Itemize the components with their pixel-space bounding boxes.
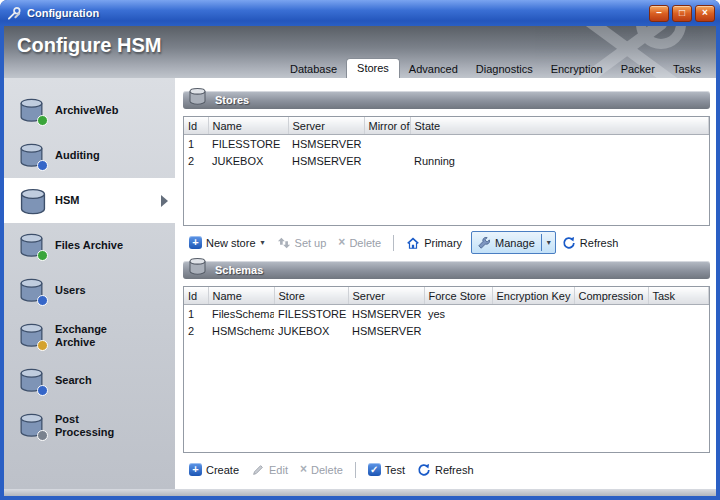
stores-table-container: Id Name Server Mirror of State 1 FILESST… <box>183 116 710 226</box>
new-store-label: New store <box>206 237 256 249</box>
stores-table: Id Name Server Mirror of State 1 FILESST… <box>184 117 709 169</box>
create-button[interactable]: + Create <box>183 460 245 479</box>
home-icon <box>406 236 420 250</box>
column-header-compression[interactable]: Compression <box>574 287 648 305</box>
configuration-window: Configuration – □ × Configure HSM Databa… <box>0 0 720 500</box>
cell <box>574 322 648 339</box>
column-header-id[interactable]: Id <box>184 117 208 135</box>
archiveweb-icon <box>17 96 46 125</box>
cell: HSMSchema <box>208 322 274 339</box>
primary-label: Primary <box>424 237 462 249</box>
refresh-icon <box>417 463 431 477</box>
cell: yes <box>424 305 492 323</box>
sidebar-item-exchange-archive[interactable]: Exchange Archive <box>4 313 175 358</box>
tab-tasks[interactable]: Tasks <box>664 60 710 78</box>
sidebar-item-hsm[interactable]: HSM <box>4 178 175 223</box>
cell: 2 <box>184 322 208 339</box>
close-button[interactable]: × <box>695 5 715 22</box>
magnifier-badge-icon <box>37 385 48 396</box>
tab-advanced[interactable]: Advanced <box>400 60 467 78</box>
globe-badge-icon <box>37 115 48 126</box>
sidebar-item-post-processing[interactable]: Post Processing <box>4 403 175 448</box>
chevron-down-icon[interactable]: ▾ <box>261 238 265 247</box>
sidebar-item-archiveweb[interactable]: ArchiveWeb <box>4 88 175 133</box>
schemas-section-title: Schemas <box>215 261 710 279</box>
cell: FILESSTORE <box>274 305 348 323</box>
column-header-force-store[interactable]: Force Store <box>424 287 492 305</box>
sidebar-item-label: Exchange Archive <box>55 323 141 348</box>
delete-schema-button[interactable]: × Delete <box>294 460 349 479</box>
tab-stores[interactable]: Stores <box>346 58 400 78</box>
manage-label: Manage <box>495 237 535 249</box>
cell: 1 <box>184 305 208 323</box>
sidebar-item-search[interactable]: Search <box>4 358 175 403</box>
window-body: Configure HSM Database Stores Advanced D… <box>4 26 716 496</box>
refresh-stores-button[interactable]: Refresh <box>556 233 625 253</box>
column-header-server[interactable]: Server <box>348 287 424 305</box>
column-header-encryption-key[interactable]: Encryption Key <box>492 287 574 305</box>
cell <box>364 152 410 169</box>
cell <box>410 135 709 153</box>
title-bar[interactable]: Configuration – □ × <box>0 0 720 26</box>
table-row[interactable]: 2 HSMSchema JUKEBOX HSMSERVER <box>184 322 709 339</box>
sidebar-item-auditing[interactable]: Auditing <box>4 133 175 178</box>
table-row[interactable]: 2 JUKEBOX HSMSERVER Running <box>184 152 709 169</box>
set-up-label: Set up <box>295 237 327 249</box>
sidebar-item-label: Users <box>55 284 141 297</box>
column-header-state[interactable]: State <box>410 117 709 135</box>
sidebar-item-users[interactable]: Users <box>4 268 175 313</box>
tab-packer[interactable]: Packer <box>612 60 664 78</box>
table-row[interactable]: 1 FilesSchema FILESSTORE HSMSERVER yes <box>184 305 709 323</box>
cell <box>492 305 574 323</box>
auditing-icon <box>17 141 46 170</box>
set-up-icon <box>277 236 291 250</box>
primary-button[interactable]: Primary <box>400 233 468 253</box>
column-header-id[interactable]: Id <box>184 287 208 305</box>
refresh-label: Refresh <box>435 464 474 476</box>
files-badge-icon <box>37 250 48 261</box>
delete-store-button[interactable]: × Delete <box>332 233 387 252</box>
wrench-icon <box>477 236 491 250</box>
users-icon <box>17 276 46 305</box>
column-header-server[interactable]: Server <box>288 117 364 135</box>
tab-database[interactable]: Database <box>281 60 346 78</box>
cell: 1 <box>184 135 208 153</box>
audit-badge-icon <box>37 160 48 171</box>
column-header-store[interactable]: Store <box>274 287 348 305</box>
minimize-button[interactable]: – <box>649 5 669 22</box>
stores-header-row: Id Name Server Mirror of State <box>184 117 709 135</box>
test-button[interactable]: ✓ Test <box>362 460 411 479</box>
column-header-task[interactable]: Task <box>648 287 709 305</box>
store-drive-icon <box>187 86 208 107</box>
sidebar-item-label: HSM <box>55 194 141 207</box>
tab-diagnostics[interactable]: Diagnostics <box>467 60 542 78</box>
post-processing-icon <box>17 411 46 440</box>
schemas-section-bar: Schemas <box>183 261 710 279</box>
refresh-schemas-button[interactable]: Refresh <box>411 460 480 480</box>
schemas-header-row: Id Name Store Server Force Store Encrypt… <box>184 287 709 305</box>
main-area: ArchiveWeb Auditing HSM <box>4 78 716 489</box>
plus-icon: + <box>189 236 202 249</box>
sidebar-item-files-archive[interactable]: Files Archive <box>4 223 175 268</box>
sidebar-item-label: ArchiveWeb <box>55 104 141 117</box>
table-row[interactable]: 1 FILESSTORE HSMSERVER <box>184 135 709 153</box>
user-badge-icon <box>37 295 48 306</box>
files-archive-icon <box>17 231 46 260</box>
manage-dropdown[interactable]: ▾ <box>541 234 555 251</box>
hsm-icon <box>17 186 46 215</box>
cell: HSMSERVER <box>348 322 424 339</box>
set-up-button[interactable]: Set up <box>271 233 333 253</box>
cell <box>648 305 709 323</box>
tab-encryption[interactable]: Encryption <box>542 60 612 78</box>
new-store-button[interactable]: + New store ▾ <box>183 233 271 252</box>
column-header-name[interactable]: Name <box>208 287 274 305</box>
column-header-mirror-of[interactable]: Mirror of <box>364 117 410 135</box>
chevron-down-icon: ▾ <box>547 238 551 247</box>
column-header-name[interactable]: Name <box>208 117 288 135</box>
delete-label: Delete <box>349 237 381 249</box>
manage-button[interactable]: Manage ▾ <box>471 231 556 254</box>
edit-button[interactable]: Edit <box>245 460 294 480</box>
stores-section-title: Stores <box>215 91 710 109</box>
maximize-button[interactable]: □ <box>672 5 692 22</box>
delete-label: Delete <box>311 464 343 476</box>
